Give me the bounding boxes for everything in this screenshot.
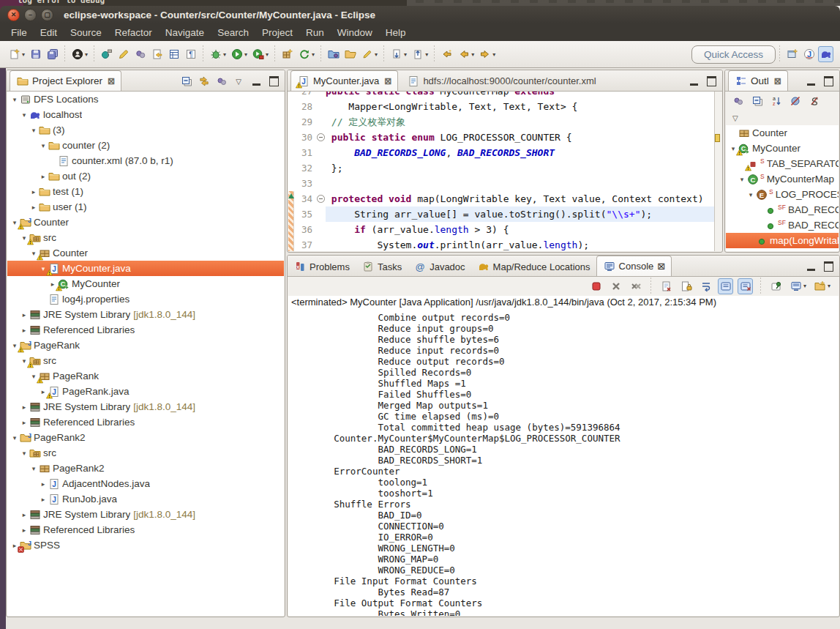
expand-arrow-icon[interactable]: ▸	[39, 173, 48, 180]
mapreduce-perspective-button[interactable]	[818, 46, 833, 62]
expand-arrow-icon[interactable]: ▸	[20, 311, 29, 319]
dropdown-caret-icon[interactable]: ▾	[223, 51, 226, 58]
java-perspective-button[interactable]: J	[801, 46, 817, 62]
collapse-arrow-icon[interactable]: ▾	[738, 176, 746, 183]
code-editor[interactable]: 27public static class MyCounterMap exten…	[288, 92, 721, 251]
dropdown-caret-icon[interactable]: ▾	[803, 283, 806, 289]
hide-static-button[interactable]	[807, 94, 820, 108]
back-button[interactable]: ▾	[456, 46, 476, 62]
collapse-arrow-icon[interactable]: ▾	[29, 127, 38, 134]
project-explorer-item[interactable]: counter.xml (87.0 b, r1)	[7, 153, 284, 168]
code-line[interactable]: 33	[288, 176, 715, 191]
outline-item[interactable]: map(LongWritable, Text, Context)	[726, 233, 839, 248]
maximize-view-button[interactable]	[705, 75, 718, 88]
console-area-tab-map-reduce-locations[interactable]: Map/Reduce Locations	[471, 257, 596, 276]
code-line[interactable]: 35 String arr_value[] = value.toString()…	[288, 206, 715, 222]
project-explorer-item[interactable]: ▸JRE System Library[jdk1.8.0_144]	[7, 399, 284, 414]
expand-arrow-icon[interactable]: ▸	[39, 480, 48, 488]
project-explorer-item[interactable]: ▾counter (2)	[7, 138, 284, 153]
sync-file-button[interactable]	[149, 46, 165, 62]
maximize-view-button[interactable]	[822, 75, 835, 88]
menu-window[interactable]: Window	[331, 25, 379, 40]
open-resource-button[interactable]	[342, 46, 358, 62]
collapse-arrow-icon[interactable]: ▾	[10, 434, 19, 442]
open-type-button[interactable]	[326, 46, 341, 62]
minimize-view-button[interactable]	[687, 75, 700, 88]
menu-source[interactable]: Source	[64, 25, 108, 40]
previous-annotation-button[interactable]: ▾	[410, 46, 430, 62]
outline-item[interactable]: ▾CSMyCounterMap	[726, 171, 839, 187]
show-whitespace-button[interactable]: ¶	[183, 46, 198, 62]
project-explorer-item[interactable]: ▾src	[7, 230, 284, 245]
breakpoint-flag-button[interactable]	[99, 46, 114, 62]
new-wizard-button[interactable]: ▾	[7, 46, 26, 62]
dropdown-caret-icon[interactable]: ▾	[22, 51, 25, 58]
collapse-arrow-icon[interactable]: ▾	[20, 111, 29, 119]
overview-ruler-marker[interactable]	[715, 134, 720, 142]
menu-search[interactable]: Search	[211, 25, 255, 40]
fold-collapse-icon[interactable]	[315, 195, 326, 203]
code-line[interactable]: 36 if (arr_value.length > 3) {	[288, 222, 715, 237]
link-with-editor-button[interactable]	[197, 75, 210, 88]
remove-all-terminated-button[interactable]	[628, 278, 643, 294]
console-area-tab-problems[interactable]: xProblems	[288, 257, 356, 276]
code-line[interactable]: 34 protected void map(LongWritable key, …	[288, 191, 715, 206]
expand-arrow-icon[interactable]: ▸	[20, 419, 29, 426]
view-menu-icon[interactable]: ▽	[732, 114, 738, 122]
code-line[interactable]: 29 // 定义枚举对象	[288, 114, 715, 130]
menu-edit[interactable]: Edit	[34, 25, 64, 40]
next-annotation-button[interactable]: ▾	[389, 46, 408, 62]
project-explorer-item[interactable]: ▸JSPSS	[7, 537, 284, 553]
collapse-arrow-icon[interactable]: ▾	[746, 191, 755, 198]
last-edit-location-button[interactable]	[439, 46, 454, 62]
word-wrap-button[interactable]	[698, 278, 713, 294]
dropdown-caret-icon[interactable]: ▾	[471, 51, 474, 58]
code-line[interactable]: 28 Mapper<LongWritable, Text, Text, Text…	[288, 99, 715, 114]
quick-access-button[interactable]: Quick Access	[691, 45, 776, 64]
remove-launch-button[interactable]	[608, 278, 623, 294]
dropdown-caret-icon[interactable]: ▾	[404, 51, 407, 58]
project-explorer-item[interactable]: ▾localhost	[7, 107, 284, 122]
project-explorer-item[interactable]: ▸test (1)	[7, 184, 284, 199]
clear-console-button[interactable]	[659, 278, 674, 294]
expand-arrow-icon[interactable]: ▸	[20, 327, 29, 334]
fold-collapse-icon[interactable]	[315, 133, 326, 141]
overview-ruler[interactable]	[714, 92, 721, 251]
dropdown-caret-icon[interactable]: ▾	[85, 51, 88, 58]
project-explorer-item[interactable]: ▸Referenced Libraries	[7, 414, 284, 430]
expand-arrow-icon[interactable]: ▸	[20, 511, 29, 518]
close-view-icon[interactable]: ⊠	[108, 76, 115, 86]
window-maximize-button[interactable]: ▢	[41, 9, 53, 21]
project-explorer-item[interactable]: ▾(3)	[7, 122, 284, 138]
console-output[interactable]: Combine output records=0 Reduce input gr…	[288, 310, 839, 616]
expand-arrow-icon[interactable]: ▸	[29, 188, 38, 196]
project-explorer-item[interactable]: ▸JRE System Library[jdk1.8.0_144]	[7, 507, 284, 522]
window-close-button[interactable]: ✕	[7, 9, 20, 21]
editor-tab[interactable]: hdfs://localhost:9000/counter/counter.xm…	[401, 71, 601, 91]
project-explorer-item[interactable]: ▾JPageRank	[7, 338, 284, 353]
close-view-icon[interactable]: ⊠	[774, 76, 781, 86]
dropdown-caret-icon[interactable]: ▾	[828, 283, 830, 289]
collapse-arrow-icon[interactable]: ▾	[10, 96, 19, 103]
debug-button[interactable]: ▾	[208, 46, 228, 62]
expand-arrow-icon[interactable]: ▸	[20, 526, 29, 534]
project-explorer-item[interactable]: ▸JPageRank.java	[7, 384, 284, 399]
dropdown-caret-icon[interactable]: ▾	[312, 51, 315, 58]
code-line[interactable]: 32 };	[288, 160, 715, 176]
dropdown-caret-icon[interactable]: ▾	[375, 51, 378, 58]
menu-help[interactable]: Help	[379, 25, 413, 40]
open-perspective-button[interactable]	[784, 46, 800, 62]
close-tab-icon[interactable]: ⊠	[657, 261, 665, 272]
dropdown-caret-icon[interactable]: ▾	[425, 51, 428, 58]
project-explorer-item[interactable]: ▾JPageRank2	[7, 430, 284, 445]
view-filters-button[interactable]	[214, 75, 228, 88]
code-line[interactable]: 37 System.out.println(arr_value.length);	[288, 237, 715, 251]
outline-item[interactable]: ▾ESLOG_PROCESSOR_COUNTER	[726, 187, 839, 202]
report-button[interactable]	[166, 46, 181, 62]
project-explorer-item[interactable]: ▸out (2)	[7, 168, 284, 184]
menu-navigate[interactable]: Navigate	[159, 25, 211, 40]
save-all-button[interactable]	[45, 46, 60, 62]
collapse-all-button[interactable]	[750, 94, 763, 108]
project-explorer-item[interactable]: ▾src	[7, 353, 284, 368]
run-coverage-button[interactable]: ▾	[250, 46, 270, 62]
